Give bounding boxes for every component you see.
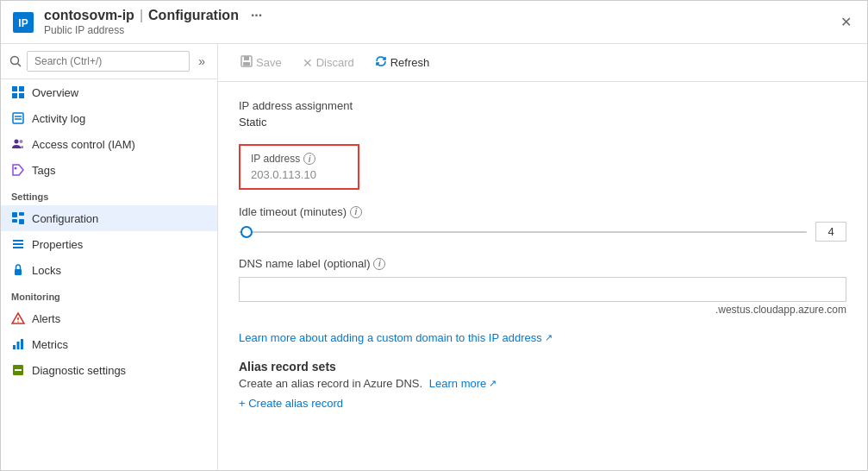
title-bar: IP contosovm-ip | Configuration ··· Publ… [1, 1, 867, 44]
ip-address-label-text: IP address [251, 153, 300, 165]
alias-learn-more-link[interactable]: Learn more ↗ [429, 377, 496, 390]
discard-button[interactable]: ✕ Discard [294, 52, 363, 74]
title-bar-text: contosovm-ip | Configuration ··· Public … [44, 8, 262, 36]
svg-rect-17 [19, 219, 24, 224]
svg-rect-8 [13, 113, 23, 123]
main-window: IP contosovm-ip | Configuration ··· Publ… [0, 0, 868, 471]
custom-domain-link[interactable]: Learn more about adding a custom domain … [239, 331, 553, 344]
collapse-button[interactable]: » [195, 53, 209, 70]
sidebar-label-metrics: Metrics [32, 338, 68, 351]
custom-domain-link-text: Learn more about adding a custom domain … [239, 331, 542, 344]
settings-section-label: Settings [1, 183, 217, 205]
sidebar-item-metrics[interactable]: Metrics [1, 331, 217, 357]
sidebar-label-overview: Overview [32, 86, 78, 99]
sidebar-item-configuration[interactable]: Configuration [1, 205, 217, 231]
resource-type: Public IP address [44, 24, 262, 36]
save-icon [240, 55, 253, 70]
search-bar: » [1, 44, 217, 79]
refresh-label: Refresh [390, 56, 430, 69]
svg-line-3 [18, 64, 22, 67]
discard-label: Discard [316, 56, 354, 69]
svg-rect-18 [13, 240, 23, 242]
sidebar-label-tags: Tags [32, 164, 55, 177]
dns-info-icon[interactable]: i [373, 258, 385, 270]
chart-icon [11, 337, 25, 351]
sidebar-item-properties[interactable]: Properties [1, 231, 217, 257]
bars-icon [11, 237, 25, 251]
sidebar-item-alerts[interactable]: Alerts [1, 305, 217, 331]
discard-icon: ✕ [303, 56, 313, 70]
svg-rect-4 [12, 86, 17, 91]
alias-section-text: Create an alias record in Azure DNS. Lea… [239, 377, 846, 390]
sidebar-item-overview[interactable]: Overview [1, 79, 217, 105]
ip-assignment-value: Static [239, 116, 846, 129]
alias-external-icon: ↗ [489, 378, 496, 389]
svg-rect-26 [17, 342, 20, 349]
external-link-icon: ↗ [545, 332, 553, 343]
svg-rect-27 [21, 339, 23, 349]
ellipsis-menu[interactable]: ··· [251, 8, 262, 23]
slider-value: 4 [815, 222, 846, 242]
idle-timeout-label: Idle timeout (minutes) i [239, 205, 846, 218]
svg-rect-29 [15, 369, 22, 371]
svg-point-12 [20, 140, 23, 143]
refresh-button[interactable]: Refresh [366, 51, 439, 74]
sidebar-item-locks[interactable]: Locks [1, 257, 217, 283]
sidebar-item-tags[interactable]: Tags [1, 157, 217, 183]
sidebar-label-alerts: Alerts [32, 312, 60, 325]
dns-field: DNS name label (optional) i .westus.clou… [239, 257, 846, 316]
sidebar-label-locks: Locks [32, 264, 61, 277]
sidebar-label-access-control: Access control (IAM) [32, 138, 135, 151]
sidebar-label-diagnostic: Diagnostic settings [32, 364, 126, 377]
ip-assignment-label: IP address assignment [239, 99, 846, 112]
idle-timeout-info-icon[interactable]: i [350, 206, 362, 218]
alias-section-title: Alias record sets [239, 360, 846, 374]
grid-icon [11, 85, 25, 99]
search-input[interactable] [27, 51, 190, 72]
svg-point-24 [17, 321, 19, 323]
refresh-icon [375, 55, 387, 70]
sidebar-label-properties: Properties [32, 238, 83, 251]
svg-text:IP: IP [18, 17, 28, 29]
svg-rect-14 [12, 212, 17, 217]
monitoring-section-label: Monitoring [1, 283, 217, 305]
title-separator: | [140, 8, 143, 23]
sidebar-item-diagnostic[interactable]: Diagnostic settings [1, 357, 217, 383]
form-content: IP address assignment Static IP address … [218, 82, 867, 470]
dns-name-input[interactable] [239, 277, 846, 302]
svg-point-11 [15, 140, 19, 144]
save-label: Save [256, 56, 282, 69]
alias-learn-more-text: Learn more [429, 377, 486, 390]
people-icon [11, 137, 25, 151]
monitoring-section: Alerts Metrics [1, 305, 217, 383]
sidebar-item-access-control[interactable]: Access control (IAM) [1, 131, 217, 157]
dns-suffix: .westus.cloudapp.azure.com [239, 304, 846, 316]
nav-section: Overview Activity log [1, 79, 217, 183]
sidebar-item-activity-log[interactable]: Activity log [1, 105, 217, 131]
diag-icon [11, 363, 25, 377]
tag-icon [11, 163, 25, 177]
svg-rect-16 [12, 219, 17, 223]
svg-rect-15 [19, 212, 24, 216]
lock-icon [11, 263, 25, 277]
slider-track [239, 231, 807, 233]
resource-name: contosovm-ip [44, 8, 134, 23]
slider-thumb[interactable] [240, 226, 253, 238]
ip-address-info-icon[interactable]: i [303, 153, 315, 165]
alias-section: Alias record sets Create an alias record… [239, 360, 846, 410]
svg-rect-32 [243, 62, 250, 66]
idle-timeout-slider-row: 4 [239, 222, 846, 242]
close-button[interactable]: ✕ [835, 12, 857, 32]
dns-label: DNS name label (optional) i [239, 257, 846, 270]
idle-timeout-field: Idle timeout (minutes) i 4 [239, 205, 846, 242]
svg-rect-21 [15, 269, 22, 275]
sidebar-label-activity-log: Activity log [32, 112, 85, 125]
custom-domain-row: Learn more about adding a custom domain … [239, 331, 846, 344]
save-button[interactable]: Save [232, 51, 290, 74]
main-layout: » Overview [1, 44, 867, 470]
ip-assignment-field: IP address assignment Static [239, 99, 846, 129]
sidebar: » Overview [1, 44, 218, 470]
config-icon [11, 211, 25, 225]
svg-rect-31 [244, 56, 249, 60]
create-alias-button[interactable]: + Create alias record [239, 397, 343, 410]
